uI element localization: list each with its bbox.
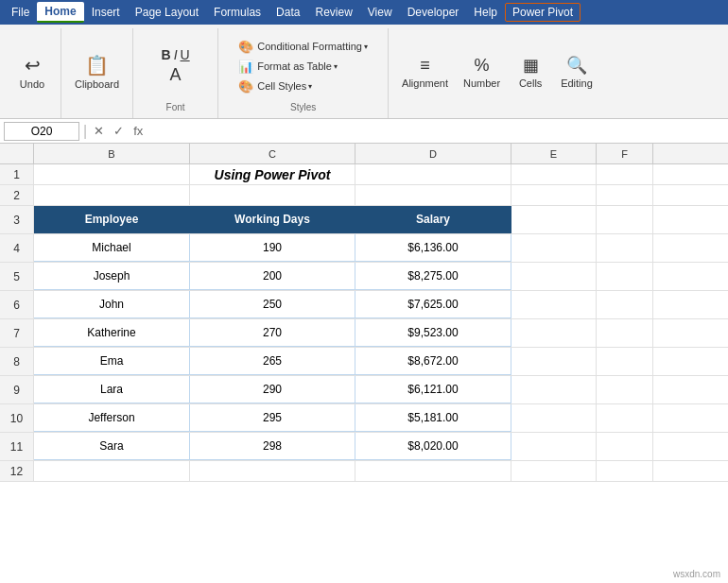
cell-b6[interactable]: John: [34, 291, 190, 318]
cell-c5[interactable]: 200: [190, 263, 355, 290]
cell-c8[interactable]: 265: [190, 348, 355, 375]
cell-c6[interactable]: 250: [190, 291, 355, 318]
cell-e7[interactable]: [511, 319, 597, 347]
cell-f10[interactable]: [597, 404, 653, 432]
cell-c2[interactable]: [190, 185, 355, 205]
col-header-d[interactable]: D: [355, 144, 511, 163]
menu-page-layout[interactable]: Page Layout: [128, 3, 206, 22]
conditional-formatting-button[interactable]: 🎨 Conditional Formatting ▾: [233, 37, 373, 56]
insert-function-icon[interactable]: fx: [130, 123, 146, 139]
cell-e2[interactable]: [511, 185, 597, 205]
cell-b2[interactable]: [34, 185, 190, 205]
cell-d4[interactable]: $6,136.00: [355, 234, 511, 262]
cell-d7[interactable]: $9,523.00: [355, 319, 511, 347]
undo-button[interactable]: ↩ Undo: [11, 42, 53, 106]
table-row-9: 9 Lara 290 $6,121.00: [0, 376, 728, 404]
conditional-formatting-label: Conditional Formatting: [257, 41, 362, 52]
cell-f4[interactable]: [597, 234, 653, 262]
cell-e1[interactable]: [511, 164, 597, 184]
cell-c12[interactable]: [190, 461, 355, 481]
menu-developer[interactable]: Developer: [400, 3, 467, 22]
menu-review[interactable]: Review: [307, 3, 359, 22]
cell-d5[interactable]: $8,275.00: [355, 263, 511, 290]
cancel-formula-icon[interactable]: ✕: [91, 123, 107, 139]
cell-f1[interactable]: [597, 164, 653, 184]
cell-f8[interactable]: [597, 348, 653, 375]
cell-d1[interactable]: [355, 164, 511, 184]
name-box[interactable]: [4, 122, 79, 141]
cell-f7[interactable]: [597, 319, 653, 347]
cell-c7[interactable]: 270: [190, 319, 355, 347]
cell-d8[interactable]: $8,672.00: [355, 348, 511, 375]
cell-e3[interactable]: [511, 206, 597, 233]
cell-c10[interactable]: 295: [190, 404, 355, 432]
menu-help[interactable]: Help: [466, 3, 505, 22]
cells-button[interactable]: ▦ Cells: [510, 42, 551, 106]
formula-input[interactable]: [149, 125, 724, 138]
cell-e5[interactable]: [511, 263, 597, 290]
cell-e11[interactable]: [511, 433, 597, 460]
cell-e10[interactable]: [511, 404, 597, 432]
clipboard-button[interactable]: 📋 Clipboard: [69, 42, 125, 106]
menu-insert[interactable]: Insert: [84, 3, 128, 22]
menu-power-pivot[interactable]: Power Pivot: [505, 3, 581, 22]
cell-c9[interactable]: 290: [190, 376, 355, 403]
row-header-10: 10: [0, 404, 34, 432]
col-header-c[interactable]: C: [190, 144, 355, 163]
confirm-formula-icon[interactable]: ✓: [111, 123, 127, 139]
cell-d11[interactable]: $8,020.00: [355, 433, 511, 460]
alignment-button[interactable]: ≡ Alignment: [396, 42, 454, 106]
cell-b4[interactable]: Michael: [34, 234, 190, 262]
editing-button[interactable]: 🔍 Editing: [555, 42, 598, 106]
cell-b5[interactable]: Joseph: [34, 263, 190, 290]
formula-bar: | ✕ ✓ fx: [0, 119, 728, 144]
cell-b7[interactable]: Katherine: [34, 319, 190, 347]
menu-home[interactable]: Home: [37, 2, 83, 23]
cell-f11[interactable]: [597, 433, 653, 460]
menu-data[interactable]: Data: [269, 3, 307, 22]
cell-d3-salary[interactable]: Salary: [355, 206, 511, 233]
cell-d12[interactable]: [355, 461, 511, 481]
cell-e6[interactable]: [511, 291, 597, 318]
cell-d9[interactable]: $6,121.00: [355, 376, 511, 403]
cell-b3-employee[interactable]: Employee: [34, 206, 190, 233]
cell-c1[interactable]: Using Power Pivot: [190, 164, 355, 184]
cell-c11[interactable]: 298: [190, 433, 355, 460]
row-header-4: 4: [0, 234, 34, 262]
cell-f3[interactable]: [597, 206, 653, 233]
col-header-b[interactable]: B: [34, 144, 190, 163]
cells-icon: ▦: [523, 57, 539, 74]
col-header-e[interactable]: E: [511, 144, 597, 163]
cell-b11[interactable]: Sara: [34, 433, 190, 460]
undo-icon: ↩: [25, 56, 41, 75]
cell-d2[interactable]: [355, 185, 511, 205]
cell-f9[interactable]: [597, 376, 653, 403]
cell-e9[interactable]: [511, 376, 597, 403]
cell-d10[interactable]: $5,181.00: [355, 404, 511, 432]
cell-b9[interactable]: Lara: [34, 376, 190, 403]
cell-b1[interactable]: [34, 164, 190, 184]
cell-d6[interactable]: $7,625.00: [355, 291, 511, 318]
cell-f6[interactable]: [597, 291, 653, 318]
cell-c4[interactable]: 190: [190, 234, 355, 262]
format-as-table-button[interactable]: 📊 Format as Table ▾: [233, 57, 373, 76]
cell-f2[interactable]: [597, 185, 653, 205]
cell-b8[interactable]: Ema: [34, 348, 190, 375]
number-button[interactable]: % Number: [458, 42, 506, 106]
cell-c3-working-days[interactable]: Working Days: [190, 206, 355, 233]
col-header-f[interactable]: F: [597, 144, 653, 163]
menu-file[interactable]: File: [4, 3, 37, 22]
cell-e12[interactable]: [511, 461, 597, 481]
menu-formulas[interactable]: Formulas: [206, 3, 269, 22]
cell-b10[interactable]: Jefferson: [34, 404, 190, 432]
cell-f5[interactable]: [597, 263, 653, 290]
cell-e8[interactable]: [511, 348, 597, 375]
row-3: 3 Employee Working Days Salary: [0, 206, 728, 234]
menu-view[interactable]: View: [360, 3, 400, 22]
cell-b12[interactable]: [34, 461, 190, 481]
row-header-1: 1: [0, 164, 34, 184]
cell-e4[interactable]: [511, 234, 597, 262]
cell-styles-button[interactable]: 🎨 Cell Styles ▾: [233, 77, 373, 95]
clipboard-icon: 📋: [85, 56, 109, 75]
cell-f12[interactable]: [597, 461, 653, 481]
